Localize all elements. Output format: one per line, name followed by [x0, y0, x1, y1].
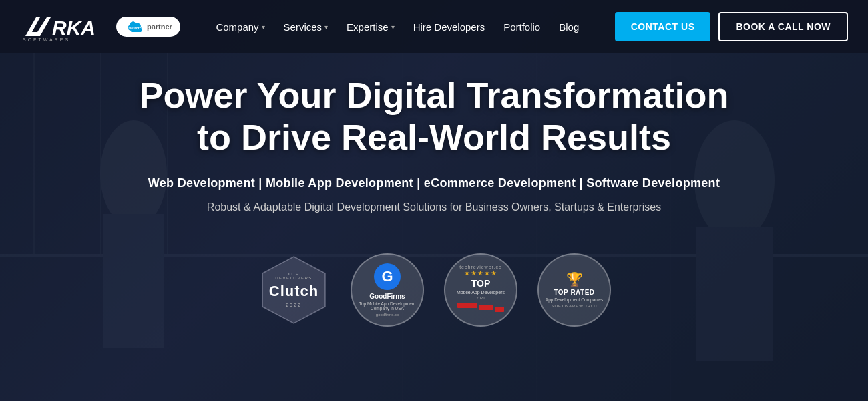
nav-services[interactable]: Services ▾: [276, 16, 337, 38]
goodfirms-url: goodfirms.co: [376, 313, 399, 317]
award-badges: TOP DEVELOPERS Clutch 2022 G GoodFirms T…: [257, 253, 611, 327]
softwareworld-badge: 🏆 TOP RATED App Development Companies SO…: [537, 253, 611, 327]
nav-hire-developers[interactable]: Hire Developers: [405, 16, 493, 38]
techreviewer-star: ★★★★★: [464, 269, 497, 277]
softwareworld-sub: App Development Companies: [546, 297, 603, 302]
techreviewer-label: TOP: [471, 278, 491, 289]
chevron-down-icon: ▾: [262, 23, 265, 31]
nav-company[interactable]: Company ▾: [208, 16, 272, 38]
partner-label: partner: [147, 23, 172, 31]
techreviewer-sub: Mobile App Developers: [457, 290, 505, 295]
softwareworld-trophy-icon: 🏆: [566, 271, 583, 287]
arka-logo-svg: RKA SOFTWARES: [20, 12, 107, 41]
hero-title: Power Your Digital Transformation to Dri…: [139, 74, 728, 157]
softwareworld-label: TOP RATED: [554, 289, 594, 296]
goodfirms-badge: G GoodFirms Top Mobile App Development C…: [351, 253, 424, 327]
main-nav: Company ▾ Services ▾ Expertise ▾ Hire De…: [194, 16, 602, 38]
arka-logo: RKA SOFTWARES: [20, 12, 107, 41]
logo-area: RKA SOFTWARES salesforce partner: [20, 12, 180, 41]
softwareworld-site: SOFTWAREWORLD: [551, 304, 597, 308]
techreviewer-site: techreviewer.co: [459, 265, 502, 269]
book-call-button[interactable]: BOOK A CALL NOW: [718, 12, 848, 41]
clutch-badge-content: TOP DEVELOPERS Clutch 2022: [269, 272, 318, 307]
goodfirms-name: GoodFirms: [369, 293, 405, 300]
hero-services-line: Web Development | Mobile App Development…: [139, 176, 728, 190]
salesforce-cloud-icon: salesforce: [124, 20, 143, 33]
header-cta-buttons: CONTACT US BOOK A CALL NOW: [615, 12, 848, 41]
chevron-down-icon: ▾: [391, 23, 395, 31]
svg-marker-8: [25, 17, 51, 36]
salesforce-partner-badge: salesforce partner: [116, 17, 180, 37]
goodfirms-g-icon: G: [374, 263, 401, 290]
nav-expertise[interactable]: Expertise ▾: [339, 16, 403, 38]
header: RKA SOFTWARES salesforce partner Company…: [0, 0, 868, 53]
svg-text:RKA: RKA: [52, 17, 95, 39]
hero-section: RKA SOFTWARES salesforce partner Company…: [0, 0, 868, 401]
hero-content: Power Your Digital Transformation to Dri…: [126, 74, 742, 246]
svg-text:SOFTWARES: SOFTWARES: [23, 37, 70, 41]
techreviewer-chevrons: [457, 303, 504, 312]
hero-subtitle: Robust & Adaptable Digital Development S…: [139, 201, 728, 213]
nav-portfolio[interactable]: Portfolio: [495, 16, 548, 38]
svg-text:salesforce: salesforce: [126, 26, 143, 30]
contact-us-button[interactable]: CONTACT US: [615, 12, 711, 41]
techreviewer-year: 2021: [476, 296, 485, 300]
clutch-badge: TOP DEVELOPERS Clutch 2022: [257, 253, 331, 327]
clutch-sub-label: DEVELOPERS: [275, 276, 312, 280]
goodfirms-sub: Top Mobile App Development Company in US…: [357, 301, 417, 311]
clutch-main-label: Clutch: [269, 283, 318, 300]
nav-blog[interactable]: Blog: [551, 16, 587, 38]
techreviewer-badge: techreviewer.co ★★★★★ TOP Mobile App Dev…: [444, 253, 517, 327]
chevron-down-icon: ▾: [324, 23, 328, 31]
clutch-year: 2022: [286, 303, 302, 307]
